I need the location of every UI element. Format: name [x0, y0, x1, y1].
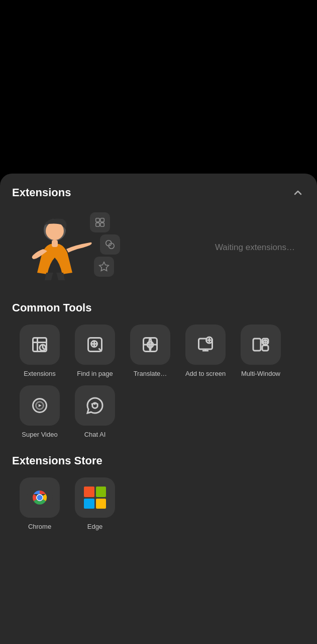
- tool-add-to-screen[interactable]: Add to screen: [178, 325, 233, 377]
- store-edge-label: Edge: [87, 523, 102, 530]
- store-grid: Chrome Edge: [12, 477, 305, 530]
- waiting-text: Waiting extensions…: [215, 243, 295, 253]
- tool-multi-window[interactable]: Multi-Window: [233, 325, 288, 377]
- tool-translate-label: Translate…: [134, 370, 167, 377]
- svg-rect-4: [100, 218, 104, 222]
- extensions-header: Extensions: [12, 186, 305, 200]
- extensions-title: Extensions: [12, 186, 71, 199]
- tool-extensions-label: Extensions: [24, 370, 56, 377]
- tool-extensions[interactable]: Extensions: [12, 325, 67, 377]
- store-chrome-label: Chrome: [28, 523, 51, 530]
- svg-rect-5: [96, 223, 99, 226]
- illustration-figure: [12, 215, 97, 280]
- svg-rect-1: [52, 240, 58, 247]
- tool-super-video[interactable]: Super Video: [12, 385, 67, 438]
- tool-multi-window-label: Multi-Window: [241, 370, 280, 377]
- svg-marker-9: [99, 262, 109, 271]
- svg-point-2: [46, 222, 64, 240]
- top-black-area: [0, 0, 317, 174]
- svg-rect-18: [253, 339, 261, 351]
- extensions-store-section: Extensions Store: [12, 454, 305, 530]
- svg-text:G: G: [147, 341, 152, 349]
- svg-rect-20: [262, 346, 268, 351]
- tool-chat-ai[interactable]: Chat AI: [67, 385, 123, 438]
- collapse-button[interactable]: [291, 186, 305, 200]
- common-tools-section: Common Tools Extensions: [12, 301, 305, 438]
- tool-find-in-page[interactable]: Find in page: [67, 325, 123, 377]
- extensions-store-title: Extensions Store: [12, 454, 102, 467]
- common-tools-title: Common Tools: [12, 301, 91, 314]
- tool-translate[interactable]: G Translate…: [123, 325, 178, 377]
- tool-add-to-screen-label: Add to screen: [185, 370, 226, 377]
- svg-rect-6: [100, 223, 104, 226]
- tool-chat-ai-label: Chat AI: [84, 431, 106, 438]
- tool-super-video-label: Super Video: [22, 431, 57, 438]
- svg-rect-3: [96, 218, 99, 222]
- tools-grid: Extensions Find in page: [12, 325, 305, 438]
- illustration-icons: [90, 212, 120, 277]
- store-item-edge[interactable]: Edge: [67, 477, 123, 530]
- extensions-illustration: Waiting extensions…: [12, 210, 305, 285]
- svg-point-28: [37, 495, 43, 501]
- store-item-chrome[interactable]: Chrome: [12, 477, 67, 530]
- tool-find-label: Find in page: [77, 370, 113, 377]
- bottom-sheet: Extensions: [0, 174, 317, 644]
